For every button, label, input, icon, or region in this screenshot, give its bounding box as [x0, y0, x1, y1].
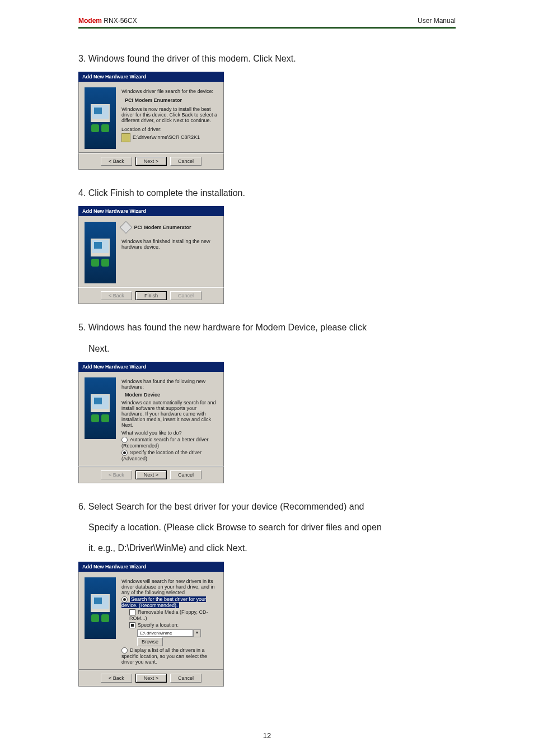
wiz3-path: E:\driver\winme\SCR C8R2K1 [133, 135, 200, 141]
monitor-icon [91, 394, 110, 412]
wiz3-loc-label: Location of driver: [121, 127, 218, 132]
step-4-text: 4. Click Finish to complete the installa… [78, 185, 456, 200]
device-icon [120, 221, 133, 234]
wiz6-radio1[interactable]: Search for the best driver for your devi… [121, 596, 218, 608]
wiz6-c2-label: Specify a location: [138, 622, 179, 628]
step-3-text: 3. Windows found the driver of this mode… [78, 51, 456, 66]
step-6-text: 6. Select Search for the best driver for… [78, 499, 456, 514]
wizard-side-graphic [85, 577, 116, 639]
browse-button[interactable]: Browse [137, 637, 163, 646]
wiz6-path-row: E:\ driver\winme▾ Browse [137, 629, 218, 646]
cancel-button[interactable]: Cancel [170, 157, 202, 166]
wizard-side-graphic [85, 87, 116, 149]
wiz6-chk2[interactable]: Specify a location: [129, 622, 218, 628]
next-button[interactable]: Next > [135, 157, 167, 166]
wizard-side-graphic [85, 377, 116, 439]
wizard-title: Add New Hardware Wizard [78, 72, 224, 82]
cancel-button[interactable]: Cancel [170, 470, 202, 479]
wiz4-msg: Windows has finished installing the new … [121, 239, 218, 250]
side-icon [101, 614, 109, 622]
screenshot-4: Add New Hardware Wizard PCI Modem Enumer… [78, 206, 224, 304]
wiz5-device: Modem Device [125, 392, 218, 398]
checkbox-icon [129, 609, 135, 615]
monitor-icon [91, 239, 110, 256]
wiz5-radio2[interactable]: Specify the location of the driver (Adva… [121, 450, 218, 461]
next-button[interactable]: Next > [135, 674, 167, 683]
wiz4-device: PCI Modem Enumerator [121, 223, 218, 233]
step-6c-text: it. e.g., D:\Driver\WinMe) and click Nex… [78, 540, 456, 556]
wiz3-line1: Windows driver file search for the devic… [121, 88, 218, 94]
header-right: User Manual [418, 17, 456, 25]
monitor-icon [91, 104, 110, 122]
wiz3-device: PCI Modem Enumerator [125, 97, 218, 103]
finish-button[interactable]: Finish [135, 291, 167, 300]
step-5b-text: Next. [78, 341, 456, 356]
back-button: < Back [101, 470, 132, 479]
monitor-icon [91, 594, 110, 612]
step-6b-text: Specify a location. (Please click Browse… [78, 520, 456, 535]
wiz3-line3: Windows is now ready to install the best… [121, 106, 218, 123]
wiz6-l1: Windows will search for new drivers in i… [121, 578, 218, 595]
dropdown-button[interactable]: ▾ [193, 629, 201, 637]
wizard-side-graphic [85, 222, 116, 283]
wiz6-c1-label: Removable Media (Floppy, CD-ROM...) [129, 609, 208, 621]
wiz5-l4: What would you like to do? [121, 430, 218, 436]
brand: Modem [78, 17, 102, 25]
cancel-button: Cancel [170, 291, 202, 300]
side-icon [101, 259, 109, 267]
model: RNX-56CX [102, 17, 137, 25]
side-icon [101, 414, 109, 422]
wiz6-chk1[interactable]: Removable Media (Floppy, CD-ROM...) [129, 609, 218, 621]
wizard-title: Add New Hardware Wizard [78, 562, 224, 572]
radio-icon [121, 647, 128, 654]
screenshot-5: Add New Hardware Wizard Windows has foun… [78, 362, 224, 483]
checkbox-icon [129, 622, 135, 628]
wizard-title: Add New Hardware Wizard [78, 362, 224, 372]
back-button: < Back [101, 291, 132, 300]
header-left: Modem RNX-56CX [78, 17, 137, 25]
screenshot-6: Add New Hardware Wizard Windows will sea… [78, 562, 224, 687]
side-icon [91, 414, 99, 422]
step-5-text: 5. Windows has found the new hardware fo… [78, 320, 456, 335]
side-icon [91, 124, 99, 132]
wiz5-radio1[interactable]: Automatic search for a better driver (Re… [121, 437, 218, 449]
path-input[interactable]: E:\ driver\winme [137, 629, 193, 637]
wiz5-l3: Windows can automatically search for and… [121, 400, 218, 428]
side-icon [101, 124, 109, 132]
wiz6-radio2[interactable]: Display a list of all the drivers in a s… [121, 647, 218, 665]
radio-icon [121, 450, 128, 456]
side-icon [91, 614, 99, 622]
header-rule [78, 27, 456, 29]
wiz5-r1-label: Automatic search for a better driver (Re… [121, 437, 209, 449]
wiz6-r1-label: Search for the best driver for your devi… [121, 596, 206, 608]
back-button[interactable]: < Back [101, 674, 132, 683]
radio-icon [121, 596, 128, 603]
wiz5-l1: Windows has found the following new hard… [121, 379, 218, 390]
cancel-button[interactable]: Cancel [170, 674, 202, 683]
wiz3-loc: E:\driver\winme\SCR C8R2K1 [121, 133, 218, 142]
page-number: 12 [78, 731, 456, 740]
wiz5-r2-label: Specify the location of the driver (Adva… [121, 450, 202, 461]
wiz6-r2-label: Display a list of all the drivers in a s… [121, 647, 207, 665]
wizard-title: Add New Hardware Wizard [78, 206, 224, 216]
next-button[interactable]: Next > [135, 470, 167, 479]
wiz4-device-name: PCI Modem Enumerator [134, 225, 191, 231]
radio-icon [121, 437, 128, 443]
screenshot-3: Add New Hardware Wizard Windows driver f… [78, 72, 224, 170]
side-icon [91, 259, 99, 267]
back-button[interactable]: < Back [101, 157, 132, 166]
file-icon [121, 133, 130, 142]
